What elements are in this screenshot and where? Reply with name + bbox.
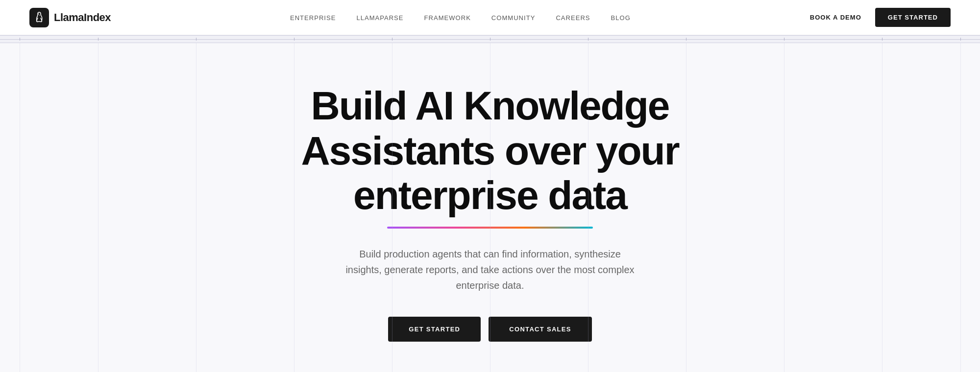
nav-link-careers[interactable]: CAREERS [556,14,590,22]
hero-get-started-button[interactable]: GET STARTED [388,317,481,342]
grid-line [196,43,196,372]
llama-icon [33,11,46,24]
logo-link[interactable]: LlamaIndex [29,8,111,27]
nav-item-framework[interactable]: FRAMEWORK [424,13,471,22]
ruler-tick [882,38,882,41]
nav-item-community[interactable]: COMMUNITY [491,13,536,22]
ruler-bar [0,35,980,43]
ruler-tick [960,38,961,41]
ruler-tick [392,38,392,41]
nav-links: ENTERPRISE LLAMAPARSE FRAMEWORK COMMUNIT… [290,13,631,22]
hero-title: Build AI Knowledge Assistants over your … [220,83,760,218]
nav-right-actions: BOOK A DEMO GET STARTED [810,8,951,27]
ruler-tick [686,38,686,41]
nav-item-blog[interactable]: BLOG [611,13,631,22]
hero-section: Build AI Knowledge Assistants over your … [0,43,980,372]
ruler-tick [490,38,490,41]
nav-link-enterprise[interactable]: ENTERPRISE [290,14,336,22]
hero-cta-buttons: GET STARTED CONTACT SALES [388,317,592,342]
book-demo-link[interactable]: BOOK A DEMO [810,14,861,21]
grid-line [784,43,784,372]
nav-item-enterprise[interactable]: ENTERPRISE [290,13,336,22]
hero-title-line1: Build AI Knowledge Assistants over your [301,83,679,173]
nav-item-llamaparse[interactable]: LLAMAPARSE [356,13,403,22]
nav-item-careers[interactable]: CAREERS [556,13,590,22]
ruler-tick [588,38,588,41]
brand-name: LlamaIndex [54,11,111,24]
nav-link-blog[interactable]: BLOG [611,14,631,22]
logo-icon [29,8,49,27]
nav-link-framework[interactable]: FRAMEWORK [424,14,471,22]
hero-subtitle: Build production agents that can find in… [343,246,637,293]
svg-point-0 [38,13,39,14]
hero-contact-sales-button[interactable]: CONTACT SALES [489,317,591,342]
ruler-tick [784,38,784,41]
hero-title-line2: enterprise data [353,173,627,217]
grid-line [98,43,98,372]
grid-line [960,43,961,372]
navbar: LlamaIndex ENTERPRISE LLAMAPARSE FRAMEWO… [0,0,980,35]
gradient-divider [387,227,593,229]
ruler-tick [196,38,196,41]
nav-get-started-button[interactable]: GET STARTED [875,8,951,27]
nav-link-llamaparse[interactable]: LLAMAPARSE [356,14,403,22]
ruler-tick [294,38,294,41]
nav-link-community[interactable]: COMMUNITY [491,14,536,22]
grid-line [20,43,20,372]
ruler-tick [98,38,98,41]
ruler-tick [20,38,20,41]
grid-line [882,43,882,372]
